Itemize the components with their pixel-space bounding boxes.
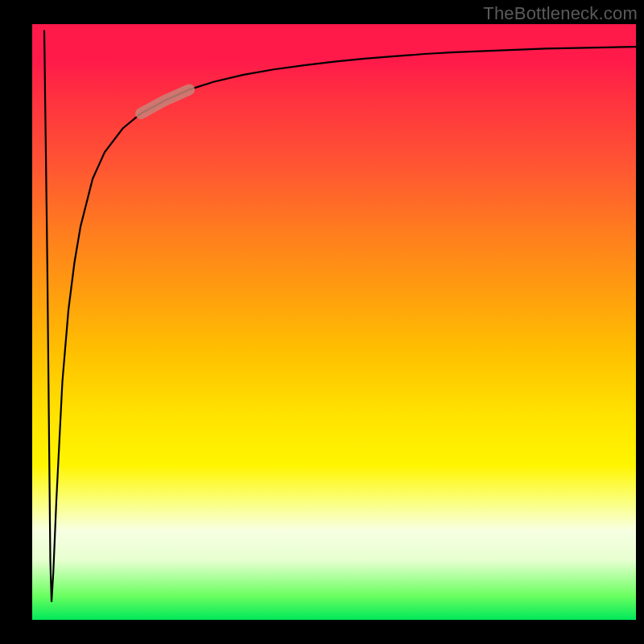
gradient-plot-area bbox=[32, 24, 636, 620]
watermark-text: TheBottleneck.com bbox=[483, 3, 638, 24]
chart-container: TheBottleneck.com bbox=[0, 0, 644, 644]
